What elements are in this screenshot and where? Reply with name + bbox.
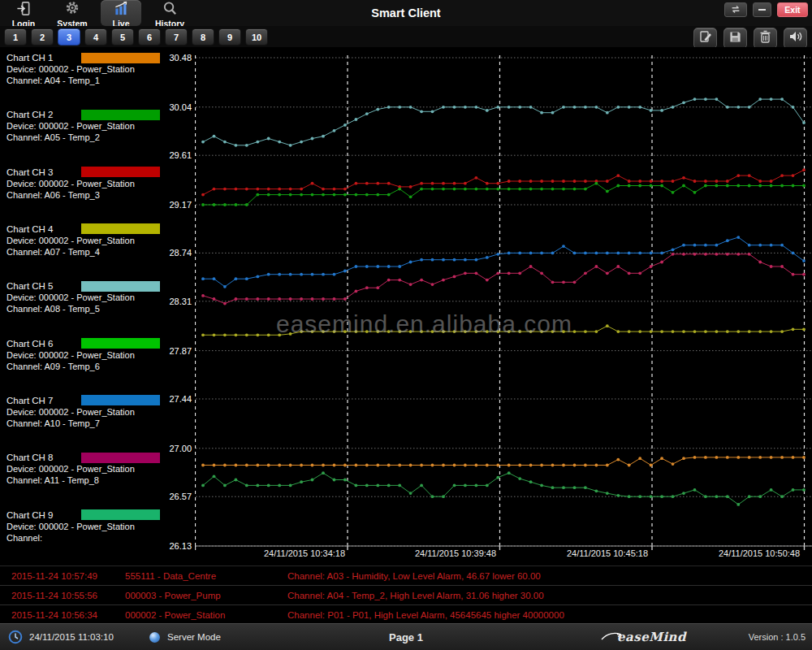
- series-point: [638, 457, 641, 460]
- series-point: [529, 106, 533, 109]
- page-tab-6[interactable]: 6: [138, 28, 161, 46]
- series-point: [322, 193, 325, 197]
- series-point: [628, 184, 631, 188]
- series-point: [693, 244, 697, 247]
- series-point: [245, 277, 248, 280]
- page-tab-9[interactable]: 9: [218, 28, 241, 46]
- series-point: [529, 252, 533, 255]
- series-point: [201, 464, 205, 467]
- series-point: [300, 480, 303, 483]
- series-point: [606, 271, 609, 275]
- series-point: [355, 118, 358, 121]
- series-point: [245, 297, 248, 301]
- series-point: [442, 464, 445, 467]
- history-search-icon: [162, 1, 178, 20]
- series-point: [343, 188, 347, 191]
- series-point: [278, 141, 281, 144]
- nav-history[interactable]: History: [149, 0, 190, 26]
- series-point: [409, 492, 412, 495]
- login-icon: [15, 1, 32, 20]
- channel-block-2[interactable]: Chart CH 2Device: 000002 - Power_Station…: [6, 109, 193, 143]
- series-point: [606, 252, 609, 255]
- series-point: [223, 203, 227, 206]
- series-point: [420, 110, 423, 113]
- y-tick-label: 30.04: [161, 102, 192, 113]
- page-tab-4[interactable]: 4: [84, 28, 107, 46]
- series-point: [650, 184, 653, 188]
- series-point: [420, 258, 423, 262]
- series-point: [464, 258, 467, 262]
- save-button[interactable]: [723, 28, 747, 49]
- series-point: [595, 182, 598, 185]
- series-point: [573, 180, 577, 183]
- series-point: [201, 141, 205, 144]
- channel-block-8[interactable]: Chart CH 8Device: 000002 - Power_Station…: [6, 452, 193, 486]
- series-point: [802, 168, 806, 171]
- alarm-row[interactable]: 2015-11-24 10:57:49555111 - Data_CentreC…: [0, 566, 812, 586]
- series-point: [529, 180, 533, 183]
- series-point: [355, 290, 358, 293]
- series-point: [704, 253, 707, 256]
- page-tab-5[interactable]: 5: [111, 28, 134, 46]
- series-point: [333, 188, 336, 191]
- alarm-row[interactable]: 2015-11-24 10:56:34000002 - Power_Statio…: [0, 605, 812, 625]
- page-tab-10[interactable]: 10: [245, 28, 268, 46]
- series-point: [223, 484, 227, 488]
- channel-device: Device: 000002 - Power_Station: [6, 178, 193, 189]
- series-point: [442, 182, 445, 185]
- alarm-message: Channel: P01 - P01, High Level Alarm, 45…: [287, 610, 812, 620]
- series-point: [792, 488, 795, 492]
- series-point: [736, 174, 740, 177]
- series-point: [213, 188, 216, 191]
- series-point: [464, 464, 467, 467]
- channel-header: Chart CH 4: [6, 223, 193, 235]
- series-point: [475, 106, 478, 109]
- page-tab-7[interactable]: 7: [165, 28, 188, 46]
- nav-live[interactable]: Live: [101, 0, 141, 26]
- sound-button[interactable]: [784, 28, 807, 49]
- series-point: [616, 106, 620, 109]
- series-point: [770, 244, 773, 247]
- brand-name: easeMind: [617, 630, 686, 644]
- page-tab-3[interactable]: 3: [58, 28, 80, 46]
- series-point: [496, 188, 499, 191]
- series-point: [235, 277, 238, 280]
- series-point: [780, 495, 784, 498]
- series-point: [398, 464, 401, 467]
- series-point: [758, 495, 762, 498]
- series-point: [540, 188, 543, 191]
- series-point: [802, 184, 806, 188]
- series-point: [660, 457, 663, 460]
- channel-block-9[interactable]: Chart CH 9Device: 000002 - Power_Station…: [6, 509, 193, 544]
- exit-button[interactable]: Exit: [777, 2, 808, 17]
- series-point: [758, 456, 762, 459]
- restore-button[interactable]: [724, 2, 747, 17]
- minimize-button[interactable]: [753, 2, 771, 17]
- x-tick-label: 24/11/2015 10:39:48: [415, 548, 496, 558]
- series-point: [245, 203, 248, 206]
- series-point: [213, 474, 216, 478]
- channel-device: Device: 000002 - Power_Station: [6, 521, 193, 532]
- series-point: [442, 330, 445, 333]
- series-point: [365, 265, 369, 268]
- series-point: [267, 464, 270, 467]
- delete-button[interactable]: [754, 28, 777, 49]
- page-tab-2[interactable]: 2: [31, 28, 54, 46]
- series-point: [606, 190, 609, 193]
- live-chart-icon: [112, 1, 130, 20]
- series-point: [704, 180, 707, 183]
- version-label: Version : 1.0.5: [749, 624, 806, 650]
- series-point: [431, 182, 434, 185]
- nav-login[interactable]: Login: [3, 0, 44, 26]
- series-point: [682, 244, 685, 247]
- nav-system[interactable]: System: [52, 0, 93, 26]
- series-point: [322, 471, 325, 474]
- channel-block-3[interactable]: Chart CH 3Device: 000002 - Power_Station…: [6, 167, 193, 201]
- edit-button[interactable]: [693, 28, 717, 49]
- y-tick-label: 26.57: [161, 491, 192, 502]
- page-tab-8[interactable]: 8: [192, 28, 214, 46]
- alarm-row[interactable]: 2015-11-24 10:55:56000003 - Power_PumpCh…: [0, 586, 812, 605]
- page-tab-1[interactable]: 1: [4, 28, 27, 46]
- brand-logo: easeMind: [601, 624, 686, 650]
- series-point: [365, 193, 369, 197]
